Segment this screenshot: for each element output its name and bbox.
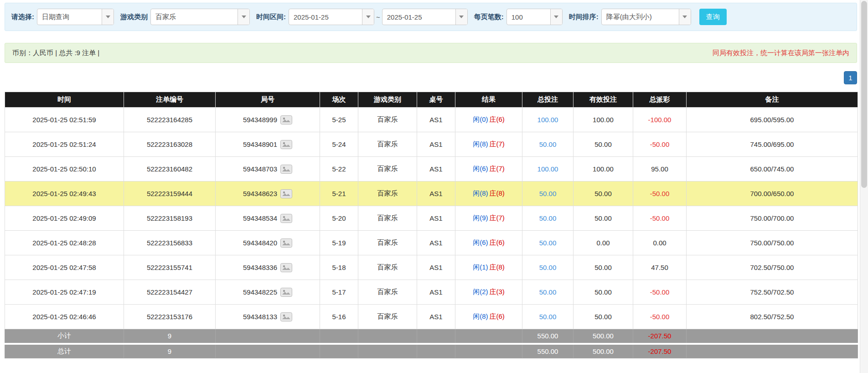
time-cell: 2025-01-25 02:48:28 — [5, 231, 124, 255]
round-snapshot-icon[interactable] — [280, 214, 292, 223]
subtotal-valid-bet: 500.00 — [574, 329, 633, 344]
note-cell: 802.50/752.50 — [687, 305, 858, 329]
query-type-value: 日期查询 — [37, 13, 74, 21]
query-type-select[interactable]: 日期查询 — [37, 9, 114, 25]
result-player: 闲(8) — [473, 140, 488, 148]
round-snapshot-icon[interactable] — [280, 189, 292, 198]
page-size-select[interactable]: 100 — [506, 9, 563, 25]
round-snapshot-icon[interactable] — [280, 263, 292, 272]
table-number-cell: AS1 — [417, 181, 455, 206]
subtotal-total-bet: 550.00 — [522, 329, 574, 344]
payout-cell: 95.00 — [633, 157, 687, 181]
total-bet-cell[interactable]: 50.00 — [522, 305, 574, 329]
game-category-cell: 百家乐 — [358, 108, 417, 132]
result-cell: 闲(2)庄(3) — [455, 280, 522, 305]
game-category-cell: 百家乐 — [358, 157, 417, 181]
column-header: 时间 — [5, 92, 124, 108]
game-category-select[interactable]: 百家乐 — [150, 9, 250, 25]
empty-cell — [455, 329, 522, 344]
table-row: 2025-01-25 02:48:28 522223156833 5943484… — [5, 231, 858, 255]
date-to-value: 2025-01-25 — [382, 13, 427, 21]
result-cell: 闲(8)庄(6) — [455, 305, 522, 329]
round-cell: 594348420 — [216, 231, 320, 255]
empty-cell — [358, 329, 417, 344]
game-category-cell: 百家乐 — [358, 132, 417, 157]
round-cell: 594348534 — [216, 206, 320, 231]
payout-cell: -50.00 — [633, 132, 687, 157]
note-cell: 752.50/702.50 — [687, 280, 858, 305]
bet-id-cell: 522223164285 — [124, 108, 216, 132]
total-bet-cell[interactable]: 50.00 — [522, 280, 574, 305]
time-cell: 2025-01-25 02:51:59 — [5, 108, 124, 132]
table-header-row: 时间注单编号局号场次游戏类别桌号结果总投注有效投注总派彩备注 — [5, 92, 858, 108]
table-number-cell: AS1 — [417, 255, 455, 280]
round-snapshot-icon[interactable] — [280, 312, 292, 321]
result-banker: 庄(7) — [490, 165, 505, 172]
chevron-down-icon — [459, 16, 464, 18]
payout-cell: 47.50 — [633, 255, 687, 280]
vertical-scrollbar[interactable] — [860, 0, 868, 373]
search-button[interactable]: 查询 — [699, 9, 727, 25]
round-snapshot-icon[interactable] — [280, 288, 292, 297]
table-row: 2025-01-25 02:49:43 522223159444 5943486… — [5, 181, 858, 206]
column-header: 注单编号 — [124, 92, 216, 108]
table-number-cell: AS1 — [417, 305, 455, 329]
bet-id-cell: 522223158193 — [124, 206, 216, 231]
game-category-cell: 百家乐 — [358, 181, 417, 206]
total-bet-cell[interactable]: 50.00 — [522, 255, 574, 280]
round-cell: 594348901 — [216, 132, 320, 157]
time-sort-label: 时间排序: — [569, 13, 599, 21]
round-id: 594348420 — [243, 239, 277, 247]
table-row: 2025-01-25 02:51:24 522223163028 5943489… — [5, 132, 858, 157]
chevron-down-icon[interactable] — [550, 9, 562, 25]
subtotal-payout: -207.50 — [633, 329, 687, 344]
date-to-input[interactable]: 2025-01-25 — [382, 9, 468, 25]
table-row: 2025-01-25 02:49:09 522223158193 5943485… — [5, 206, 858, 231]
result-player: 闲(6) — [473, 238, 488, 246]
game-category-label: 游戏类别 — [120, 13, 148, 21]
total-bet-cell[interactable]: 50.00 — [522, 181, 574, 206]
total-bet-cell[interactable]: 100.00 — [522, 108, 574, 132]
session-cell: 5-17 — [320, 280, 358, 305]
date-range-label: 时间区间: — [256, 13, 286, 21]
session-cell: 5-21 — [320, 181, 358, 206]
chevron-down-icon — [106, 16, 110, 18]
table-number-cell: AS1 — [417, 157, 455, 181]
total-bet-cell[interactable]: 50.00 — [522, 132, 574, 157]
total-bet-cell[interactable]: 50.00 — [522, 231, 574, 255]
round-snapshot-icon[interactable] — [280, 238, 292, 248]
bet-records-table: 时间注单编号局号场次游戏类别桌号结果总投注有效投注总派彩备注 2025-01-2… — [5, 92, 858, 358]
game-category-cell: 百家乐 — [358, 280, 417, 305]
table-number-cell: AS1 — [417, 231, 455, 255]
chevron-down-icon[interactable] — [362, 9, 374, 25]
empty-cell — [455, 344, 522, 358]
result-player: 闲(9) — [473, 214, 488, 222]
result-banker: 庄(8) — [490, 263, 505, 271]
query-type-label: 请选择: — [11, 13, 34, 21]
column-header: 备注 — [687, 92, 858, 108]
column-header: 有效投注 — [574, 92, 633, 108]
result-cell: 闲(6)庄(6) — [455, 231, 522, 255]
session-cell: 5-16 — [320, 305, 358, 329]
total-bet-cell[interactable]: 100.00 — [522, 157, 574, 181]
time-sort-select[interactable]: 降幂(由大到小) — [601, 9, 691, 25]
round-snapshot-icon[interactable] — [280, 115, 292, 124]
round-snapshot-icon[interactable] — [280, 140, 292, 149]
total-bet-cell[interactable]: 50.00 — [522, 206, 574, 231]
chevron-down-icon[interactable] — [455, 9, 467, 25]
column-header: 总投注 — [522, 92, 574, 108]
chevron-down-icon[interactable] — [238, 9, 249, 25]
scrollbar-thumb[interactable] — [861, 1, 867, 188]
chevron-down-icon[interactable] — [679, 9, 691, 25]
total-payout: -207.50 — [633, 344, 687, 358]
time-cell: 2025-01-25 02:47:58 — [5, 255, 124, 280]
empty-cell — [417, 329, 455, 344]
round-snapshot-icon[interactable] — [280, 165, 292, 174]
round-cell: 594348623 — [216, 181, 320, 206]
page-button-1[interactable]: 1 — [844, 71, 857, 84]
result-banker: 庄(6) — [490, 115, 505, 123]
table-number-cell: AS1 — [417, 206, 455, 231]
chevron-down-icon[interactable] — [102, 9, 114, 25]
note-cell: 695.00/595.00 — [687, 108, 858, 132]
date-from-input[interactable]: 2025-01-25 — [289, 9, 374, 25]
